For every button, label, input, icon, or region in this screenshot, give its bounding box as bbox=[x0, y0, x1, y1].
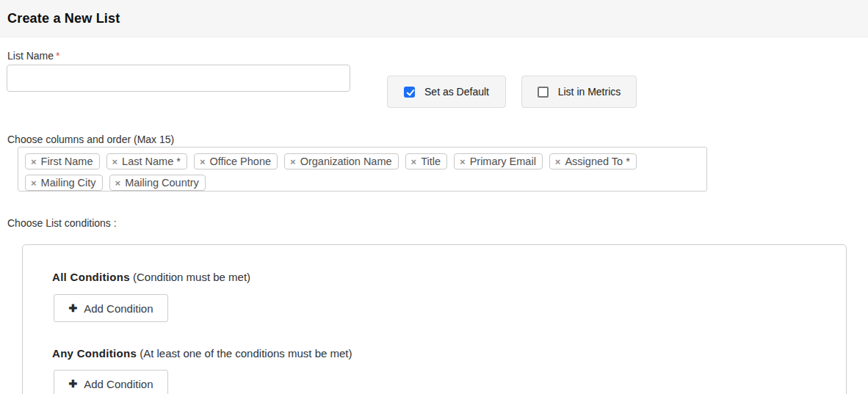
all-conditions-subtitle: (Condition must be met) bbox=[133, 271, 250, 283]
columns-label: Choose columns and order (Max 15) bbox=[7, 134, 174, 145]
checkbox-unchecked-icon[interactable] bbox=[538, 87, 549, 98]
remove-tag-icon[interactable]: × bbox=[411, 157, 417, 167]
add-condition-button-all[interactable]: ✚ Add Condition bbox=[54, 294, 168, 322]
all-conditions-title: All Conditions bbox=[52, 271, 130, 283]
any-conditions-heading: Any Conditions (At least one of the cond… bbox=[52, 347, 352, 360]
column-tag[interactable]: × Organization Name bbox=[284, 153, 399, 169]
add-condition-label: Add Condition bbox=[84, 302, 153, 315]
column-tag[interactable]: × Title bbox=[405, 153, 447, 169]
add-condition-label: Add Condition bbox=[84, 378, 153, 390]
column-tag-label: Title bbox=[421, 156, 441, 167]
column-tag-label: Assigned To * bbox=[565, 156, 629, 167]
column-tag-label: Mailing City bbox=[41, 177, 96, 189]
column-tag[interactable]: × Primary Email bbox=[454, 153, 543, 169]
plus-icon: ✚ bbox=[69, 379, 78, 389]
remove-tag-icon[interactable]: × bbox=[112, 157, 118, 167]
remove-tag-icon[interactable]: × bbox=[290, 157, 296, 167]
list-name-label-text: List Name bbox=[7, 50, 54, 62]
remove-tag-icon[interactable]: × bbox=[555, 157, 561, 167]
column-tag[interactable]: × Assigned To * bbox=[549, 153, 637, 169]
list-name-input[interactable] bbox=[7, 65, 350, 92]
remove-tag-icon[interactable]: × bbox=[115, 178, 121, 188]
column-tag[interactable]: × Last Name * bbox=[106, 153, 187, 169]
column-tag-label: Last Name * bbox=[122, 156, 181, 167]
list-in-metrics-toggle[interactable]: List in Metrics bbox=[521, 76, 637, 108]
remove-tag-icon[interactable]: × bbox=[200, 157, 206, 167]
page-title: Create a New List bbox=[7, 11, 120, 26]
set-as-default-label: Set as Default bbox=[424, 86, 489, 98]
set-as-default-toggle[interactable]: Set as Default bbox=[387, 76, 506, 108]
all-conditions-heading: All Conditions (Condition must be met) bbox=[52, 271, 250, 283]
checkbox-checked-icon[interactable] bbox=[404, 87, 415, 98]
plus-icon: ✚ bbox=[69, 303, 78, 313]
list-name-label: List Name* bbox=[7, 50, 59, 62]
column-tag[interactable]: × Mailing Country bbox=[109, 175, 206, 191]
conditions-label: Choose List conditions : bbox=[7, 217, 117, 229]
columns-tag-input[interactable]: × First Name × Last Name * × Office Phon… bbox=[18, 147, 707, 191]
column-tag-label: Organization Name bbox=[300, 156, 392, 167]
any-conditions-subtitle: (At least one of the conditions must be … bbox=[140, 347, 352, 360]
list-in-metrics-label: List in Metrics bbox=[558, 86, 621, 98]
conditions-panel: All Conditions (Condition must be met) ✚… bbox=[22, 244, 847, 394]
required-asterisk: * bbox=[56, 50, 59, 62]
remove-tag-icon[interactable]: × bbox=[31, 157, 37, 167]
column-tag-label: Primary Email bbox=[470, 156, 536, 167]
remove-tag-icon[interactable]: × bbox=[460, 157, 466, 167]
remove-tag-icon[interactable]: × bbox=[31, 178, 37, 188]
add-condition-button-any[interactable]: ✚ Add Condition bbox=[54, 370, 168, 394]
column-tag-label: Office Phone bbox=[209, 156, 271, 167]
create-list-page: Create a New List List Name* Set as Defa… bbox=[0, 0, 868, 394]
column-tag-label: First Name bbox=[41, 156, 93, 167]
page-header: Create a New List bbox=[0, 0, 868, 37]
column-tag[interactable]: × First Name bbox=[25, 153, 100, 169]
column-tag-label: Mailing Country bbox=[125, 177, 199, 189]
column-tag[interactable]: × Mailing City bbox=[25, 175, 103, 191]
column-tag[interactable]: × Office Phone bbox=[194, 153, 278, 169]
any-conditions-title: Any Conditions bbox=[52, 347, 137, 360]
